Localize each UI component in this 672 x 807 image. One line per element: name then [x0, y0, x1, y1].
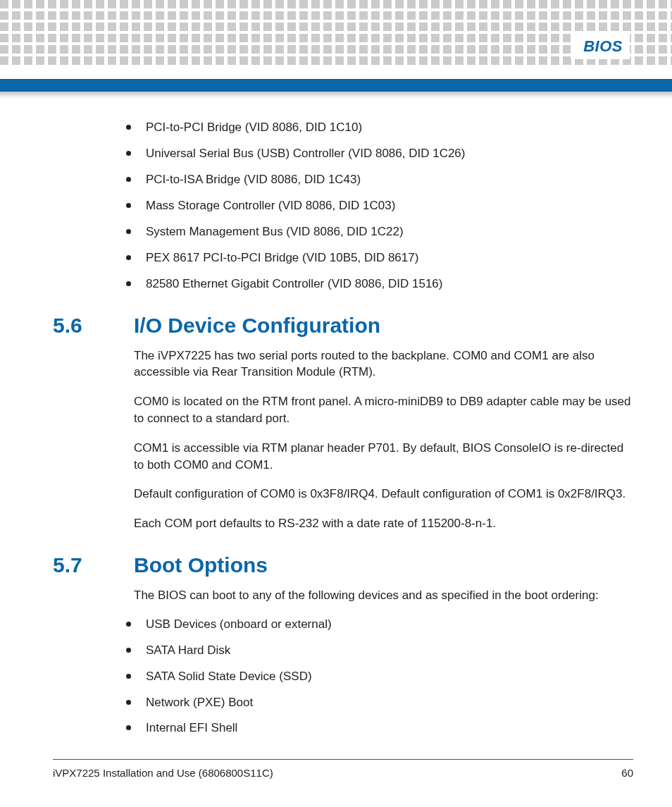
page-footer: iVPX7225 Installation and Use (6806800S1…	[53, 759, 633, 779]
chapter-title: BIOS	[583, 37, 623, 56]
chapter-title-box: BIOS	[571, 34, 630, 59]
header-dot-pattern: BIOS	[0, 0, 672, 69]
paragraph: COM0 is located on the RTM front panel. …	[134, 393, 633, 427]
page-content: PCI-to-PCI Bridge (VID 8086, DID 1C10) U…	[53, 120, 633, 756]
list-item: SATA Solid State Device (SSD)	[123, 669, 633, 685]
footer-doc-title: iVPX7225 Installation and Use (6806800S1…	[53, 767, 273, 779]
list-item: SATA Hard Disk	[123, 643, 633, 659]
list-item: Mass Storage Controller (VID 8086, DID 1…	[123, 198, 633, 214]
header-blue-rule	[0, 79, 672, 92]
paragraph: COM1 is accessible via RTM planar header…	[134, 440, 633, 474]
section-title: Boot Options	[134, 553, 268, 577]
list-item: Universal Serial Bus (USB) Controller (V…	[123, 146, 633, 162]
section-number: 5.6	[53, 314, 134, 338]
list-item: PCI-to-PCI Bridge (VID 8086, DID 1C10)	[123, 120, 633, 136]
device-list: PCI-to-PCI Bridge (VID 8086, DID 1C10) U…	[123, 120, 633, 292]
list-item: USB Devices (onboard or external)	[123, 617, 633, 633]
header-grey-rule	[0, 92, 672, 99]
paragraph: Each COM port defaults to RS-232 with a …	[134, 515, 633, 532]
list-item: Network (PXE) Boot	[123, 695, 633, 711]
list-item: Internal EFI Shell	[123, 720, 633, 737]
paragraph: Default configuration of COM0 is 0x3F8/I…	[134, 486, 633, 503]
paragraph: The BIOS can boot to any of the followin…	[134, 587, 633, 604]
paragraph: The iVPX7225 has two serial ports routed…	[134, 347, 633, 381]
list-item: 82580 Ethernet Gigabit Controller (VID 8…	[123, 276, 633, 292]
section-number: 5.7	[53, 553, 134, 577]
list-item: PCI-to-ISA Bridge (VID 8086, DID 1C43)	[123, 172, 633, 188]
footer-page-number: 60	[621, 767, 633, 779]
list-item: PEX 8617 PCI-to-PCI Bridge (VID 10B5, DI…	[123, 250, 633, 266]
section-heading-57: 5.7 Boot Options	[53, 553, 633, 577]
list-item: System Management Bus (VID 8086, DID 1C2…	[123, 224, 633, 240]
boot-options-list: USB Devices (onboard or external) SATA H…	[123, 617, 633, 737]
section-title: I/O Device Configuration	[134, 314, 380, 338]
section-heading-56: 5.6 I/O Device Configuration	[53, 314, 633, 338]
